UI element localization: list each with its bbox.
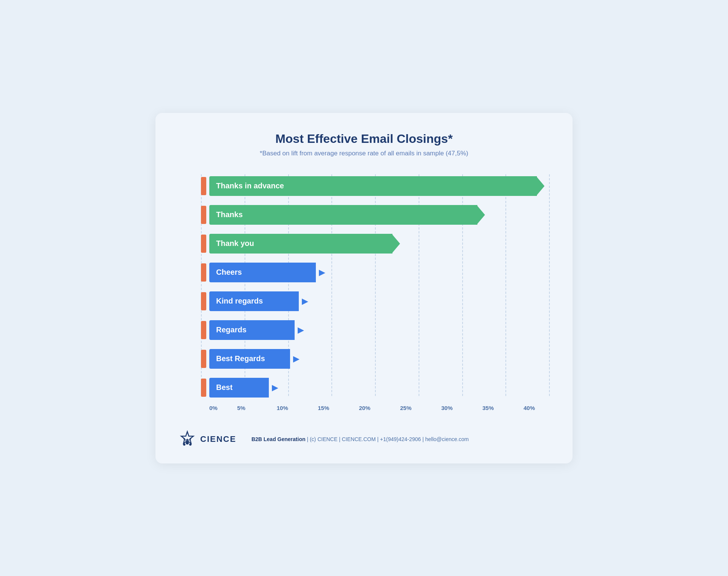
bar-marker bbox=[201, 350, 206, 368]
bar-fill: Best bbox=[209, 378, 269, 398]
x-axis: 0%5%10%15%20%25%30%35%40% bbox=[201, 405, 550, 411]
footer: CIENCE B2B Lead Generation | (c) CIENCE … bbox=[178, 426, 550, 448]
bar-label: Thank you bbox=[216, 239, 254, 248]
bar-label: Kind regards bbox=[216, 297, 263, 305]
bar-row: Kind regards▶ bbox=[201, 290, 550, 313]
footer-tagline: B2B Lead Generation bbox=[251, 436, 305, 442]
svg-point-1 bbox=[186, 441, 189, 445]
bar-fill: Thanks in advance bbox=[209, 176, 537, 196]
x-axis-label: 25% bbox=[385, 405, 427, 411]
x-axis-label: 20% bbox=[344, 405, 386, 411]
logo-text: CIENCE bbox=[200, 434, 236, 444]
bar-track: Cheers▶ bbox=[209, 263, 550, 282]
bar-marker bbox=[201, 206, 206, 224]
svg-point-2 bbox=[183, 443, 185, 446]
x-axis-label: 35% bbox=[468, 405, 509, 411]
bar-label: Cheers bbox=[216, 268, 242, 277]
bar-marker bbox=[201, 292, 206, 310]
footer-copyright: | (c) CIENCE | CIENCE.COM | +1(949)424-2… bbox=[307, 436, 469, 442]
chart-subtitle: *Based on lift from average response rat… bbox=[178, 150, 550, 157]
bar-track: Thank you bbox=[209, 234, 550, 254]
chart-title: Most Effective Email Closings* bbox=[178, 132, 550, 146]
chart-area: Thanks in advanceThanksThank youCheers▶K… bbox=[178, 174, 550, 411]
bar-marker bbox=[201, 235, 206, 253]
bar-arrow-inside bbox=[392, 234, 400, 254]
bar-track: Regards▶ bbox=[209, 320, 550, 340]
bar-fill: Thanks bbox=[209, 205, 477, 225]
logo-area: CIENCE bbox=[178, 430, 236, 448]
infographic-card: Most Effective Email Closings* *Based on… bbox=[155, 113, 573, 463]
bar-label: Regards bbox=[216, 326, 246, 334]
x-axis-label: 10% bbox=[262, 405, 303, 411]
x-axis-label: 15% bbox=[303, 405, 344, 411]
bar-row: Regards▶ bbox=[201, 318, 550, 342]
bar-track: Best▶ bbox=[209, 378, 550, 398]
bar-arrow-outside: ▶ bbox=[319, 268, 325, 277]
bar-track: Best Regards▶ bbox=[209, 349, 550, 369]
svg-point-3 bbox=[189, 443, 191, 446]
bar-marker bbox=[201, 321, 206, 339]
bar-row: Thanks in advance bbox=[201, 174, 550, 198]
bar-arrow-outside: ▶ bbox=[302, 296, 308, 306]
bar-row: Thanks bbox=[201, 203, 550, 227]
bar-marker bbox=[201, 379, 206, 397]
bar-fill: Regards bbox=[209, 320, 295, 340]
bar-arrow-outside: ▶ bbox=[298, 325, 304, 335]
bar-fill: Best Regards bbox=[209, 349, 290, 369]
bar-label: Thanks in advance bbox=[216, 182, 284, 190]
bar-label: Best Regards bbox=[216, 354, 265, 363]
bar-fill: Cheers bbox=[209, 263, 316, 282]
bar-arrow-outside: ▶ bbox=[293, 354, 300, 364]
bars-container: Thanks in advanceThanksThank youCheers▶K… bbox=[201, 174, 550, 399]
bar-arrow-inside bbox=[477, 205, 485, 225]
bar-marker bbox=[201, 177, 206, 195]
bar-track: Thanks bbox=[209, 205, 550, 225]
bar-row: Thank you bbox=[201, 232, 550, 255]
x-axis-label: 5% bbox=[221, 405, 262, 411]
footer-info: B2B Lead Generation | (c) CIENCE | CIENC… bbox=[251, 436, 469, 442]
bar-label: Thanks bbox=[216, 210, 243, 219]
x-axis-label: 0% bbox=[209, 405, 221, 411]
bar-row: Cheers▶ bbox=[201, 261, 550, 284]
x-axis-label: 40% bbox=[509, 405, 550, 411]
x-axis-label: 30% bbox=[427, 405, 468, 411]
bar-track: Thanks in advance bbox=[209, 176, 550, 196]
bar-fill: Kind regards bbox=[209, 291, 299, 311]
bar-arrow-outside: ▶ bbox=[272, 383, 278, 393]
bar-row: Best▶ bbox=[201, 376, 550, 399]
bar-arrow-inside bbox=[536, 176, 544, 196]
bar-track: Kind regards▶ bbox=[209, 291, 550, 311]
bar-row: Best Regards▶ bbox=[201, 347, 550, 371]
bar-fill: Thank you bbox=[209, 234, 392, 254]
bar-label: Best bbox=[216, 383, 232, 392]
cience-logo-icon bbox=[178, 430, 196, 448]
bar-marker bbox=[201, 263, 206, 282]
